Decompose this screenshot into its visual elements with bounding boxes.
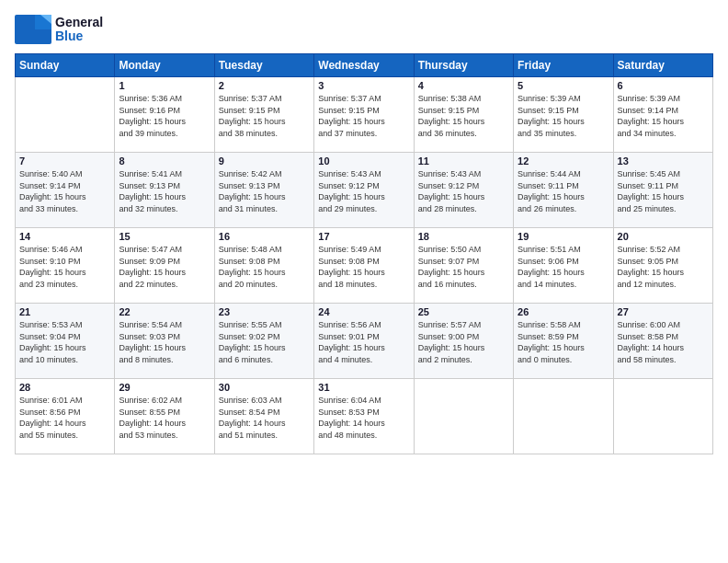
calendar-cell: 16Sunrise: 5:48 AM Sunset: 9:08 PM Dayli… [214, 228, 313, 304]
weekday-header-thursday: Thursday [414, 54, 513, 77]
calendar-cell: 9Sunrise: 5:42 AM Sunset: 9:13 PM Daylig… [214, 153, 313, 228]
day-info: Sunrise: 6:04 AM Sunset: 8:53 PM Dayligh… [318, 395, 409, 441]
day-info: Sunrise: 6:01 AM Sunset: 8:56 PM Dayligh… [19, 395, 110, 441]
calendar-cell: 20Sunrise: 5:52 AM Sunset: 9:05 PM Dayli… [613, 228, 712, 304]
day-info: Sunrise: 5:43 AM Sunset: 9:12 PM Dayligh… [418, 168, 509, 214]
weekday-header-row: SundayMondayTuesdayWednesdayThursdayFrid… [16, 54, 713, 77]
weekday-header-friday: Friday [514, 54, 613, 77]
day-number: 16 [219, 231, 310, 242]
calendar-cell: 26Sunrise: 5:58 AM Sunset: 8:59 PM Dayli… [514, 304, 613, 379]
weekday-header-tuesday: Tuesday [214, 54, 313, 77]
day-number: 14 [19, 231, 110, 242]
calendar-week-1: 1Sunrise: 5:36 AM Sunset: 9:16 PM Daylig… [16, 77, 713, 153]
calendar-cell: 8Sunrise: 5:41 AM Sunset: 9:13 PM Daylig… [115, 153, 214, 228]
calendar-cell: 31Sunrise: 6:04 AM Sunset: 8:53 PM Dayli… [314, 379, 414, 454]
day-info: Sunrise: 5:47 AM Sunset: 9:09 PM Dayligh… [119, 244, 210, 290]
calendar-cell: 17Sunrise: 5:49 AM Sunset: 9:08 PM Dayli… [314, 228, 414, 304]
calendar-cell: 3Sunrise: 5:37 AM Sunset: 9:15 PM Daylig… [314, 77, 414, 153]
calendar-cell: 19Sunrise: 5:51 AM Sunset: 9:06 PM Dayli… [514, 228, 613, 304]
logo-text: GeneralBlue [55, 16, 103, 44]
day-info: Sunrise: 5:36 AM Sunset: 9:16 PM Dayligh… [119, 93, 210, 139]
day-number: 24 [318, 306, 409, 317]
day-number: 3 [318, 80, 409, 91]
calendar-week-4: 21Sunrise: 5:53 AM Sunset: 9:04 PM Dayli… [16, 304, 713, 379]
day-info: Sunrise: 6:02 AM Sunset: 8:55 PM Dayligh… [119, 395, 210, 441]
calendar-cell: 22Sunrise: 5:54 AM Sunset: 9:03 PM Dayli… [115, 304, 214, 379]
day-info: Sunrise: 5:37 AM Sunset: 9:15 PM Dayligh… [219, 93, 310, 139]
weekday-header-monday: Monday [115, 54, 214, 77]
day-info: Sunrise: 5:39 AM Sunset: 9:15 PM Dayligh… [518, 93, 609, 139]
day-number: 1 [119, 80, 210, 91]
calendar-cell: 21Sunrise: 5:53 AM Sunset: 9:04 PM Dayli… [16, 304, 115, 379]
day-number: 26 [518, 306, 609, 317]
day-number: 25 [418, 306, 509, 317]
day-info: Sunrise: 5:48 AM Sunset: 9:08 PM Dayligh… [219, 244, 310, 290]
day-info: Sunrise: 6:00 AM Sunset: 8:58 PM Dayligh… [618, 319, 709, 365]
day-info: Sunrise: 5:50 AM Sunset: 9:07 PM Dayligh… [418, 244, 509, 290]
calendar-week-2: 7Sunrise: 5:40 AM Sunset: 9:14 PM Daylig… [16, 153, 713, 228]
day-info: Sunrise: 5:53 AM Sunset: 9:04 PM Dayligh… [19, 319, 110, 365]
day-number: 27 [618, 306, 709, 317]
calendar-cell [414, 379, 513, 454]
calendar-week-5: 28Sunrise: 6:01 AM Sunset: 8:56 PM Dayli… [16, 379, 713, 454]
logo-svg [15, 15, 51, 44]
calendar-cell: 23Sunrise: 5:55 AM Sunset: 9:02 PM Dayli… [214, 304, 313, 379]
day-info: Sunrise: 5:46 AM Sunset: 9:10 PM Dayligh… [19, 244, 110, 290]
day-number: 10 [318, 155, 409, 167]
day-number: 15 [119, 231, 210, 242]
day-number: 21 [19, 306, 110, 317]
day-number: 17 [318, 231, 409, 242]
calendar-cell: 13Sunrise: 5:45 AM Sunset: 9:11 PM Dayli… [613, 153, 712, 228]
calendar-cell: 4Sunrise: 5:38 AM Sunset: 9:15 PM Daylig… [414, 77, 513, 153]
day-number: 5 [518, 80, 609, 91]
day-info: Sunrise: 5:43 AM Sunset: 9:12 PM Dayligh… [318, 168, 409, 214]
calendar-cell: 11Sunrise: 5:43 AM Sunset: 9:12 PM Dayli… [414, 153, 513, 228]
day-info: Sunrise: 6:03 AM Sunset: 8:54 PM Dayligh… [219, 395, 310, 441]
calendar-cell: 18Sunrise: 5:50 AM Sunset: 9:07 PM Dayli… [414, 228, 513, 304]
weekday-header-saturday: Saturday [613, 54, 712, 77]
day-info: Sunrise: 5:40 AM Sunset: 9:14 PM Dayligh… [19, 168, 110, 214]
day-info: Sunrise: 5:44 AM Sunset: 9:11 PM Dayligh… [518, 168, 609, 214]
day-number: 8 [119, 155, 210, 167]
calendar-cell: 10Sunrise: 5:43 AM Sunset: 9:12 PM Dayli… [314, 153, 414, 228]
calendar-table: SundayMondayTuesdayWednesdayThursdayFrid… [15, 53, 713, 454]
day-number: 22 [119, 306, 210, 317]
day-number: 2 [219, 80, 310, 91]
header: GeneralBlue [15, 15, 713, 44]
day-info: Sunrise: 5:57 AM Sunset: 9:00 PM Dayligh… [418, 319, 509, 365]
calendar-cell: 14Sunrise: 5:46 AM Sunset: 9:10 PM Dayli… [16, 228, 115, 304]
calendar-cell: 1Sunrise: 5:36 AM Sunset: 9:16 PM Daylig… [115, 77, 214, 153]
day-number: 12 [518, 155, 609, 167]
day-number: 20 [618, 231, 709, 242]
day-number: 31 [318, 382, 409, 393]
day-info: Sunrise: 5:51 AM Sunset: 9:06 PM Dayligh… [518, 244, 609, 290]
calendar-cell: 7Sunrise: 5:40 AM Sunset: 9:14 PM Daylig… [16, 153, 115, 228]
day-number: 18 [418, 231, 509, 242]
day-info: Sunrise: 5:56 AM Sunset: 9:01 PM Dayligh… [318, 319, 409, 365]
calendar-cell: 28Sunrise: 6:01 AM Sunset: 8:56 PM Dayli… [16, 379, 115, 454]
calendar-cell: 24Sunrise: 5:56 AM Sunset: 9:01 PM Dayli… [314, 304, 414, 379]
calendar-cell: 27Sunrise: 6:00 AM Sunset: 8:58 PM Dayli… [613, 304, 712, 379]
calendar-cell: 29Sunrise: 6:02 AM Sunset: 8:55 PM Dayli… [115, 379, 214, 454]
calendar-cell [16, 77, 115, 153]
day-number: 13 [618, 155, 709, 167]
page: GeneralBlue SundayMondayTuesdayWednesday… [0, 0, 728, 563]
calendar-cell: 12Sunrise: 5:44 AM Sunset: 9:11 PM Dayli… [514, 153, 613, 228]
calendar-cell [613, 379, 712, 454]
day-number: 4 [418, 80, 509, 91]
calendar-cell: 25Sunrise: 5:57 AM Sunset: 9:00 PM Dayli… [414, 304, 513, 379]
logo: GeneralBlue [15, 15, 103, 44]
day-number: 29 [119, 382, 210, 393]
calendar-cell: 30Sunrise: 6:03 AM Sunset: 8:54 PM Dayli… [214, 379, 313, 454]
day-number: 9 [219, 155, 310, 167]
day-number: 23 [219, 306, 310, 317]
day-info: Sunrise: 5:42 AM Sunset: 9:13 PM Dayligh… [219, 168, 310, 214]
day-info: Sunrise: 5:37 AM Sunset: 9:15 PM Dayligh… [318, 93, 409, 139]
day-number: 7 [19, 155, 110, 167]
day-info: Sunrise: 5:58 AM Sunset: 8:59 PM Dayligh… [518, 319, 609, 365]
calendar-cell: 2Sunrise: 5:37 AM Sunset: 9:15 PM Daylig… [214, 77, 313, 153]
calendar-cell: 15Sunrise: 5:47 AM Sunset: 9:09 PM Dayli… [115, 228, 214, 304]
calendar-cell: 5Sunrise: 5:39 AM Sunset: 9:15 PM Daylig… [514, 77, 613, 153]
day-info: Sunrise: 5:38 AM Sunset: 9:15 PM Dayligh… [418, 93, 509, 139]
calendar-week-3: 14Sunrise: 5:46 AM Sunset: 9:10 PM Dayli… [16, 228, 713, 304]
